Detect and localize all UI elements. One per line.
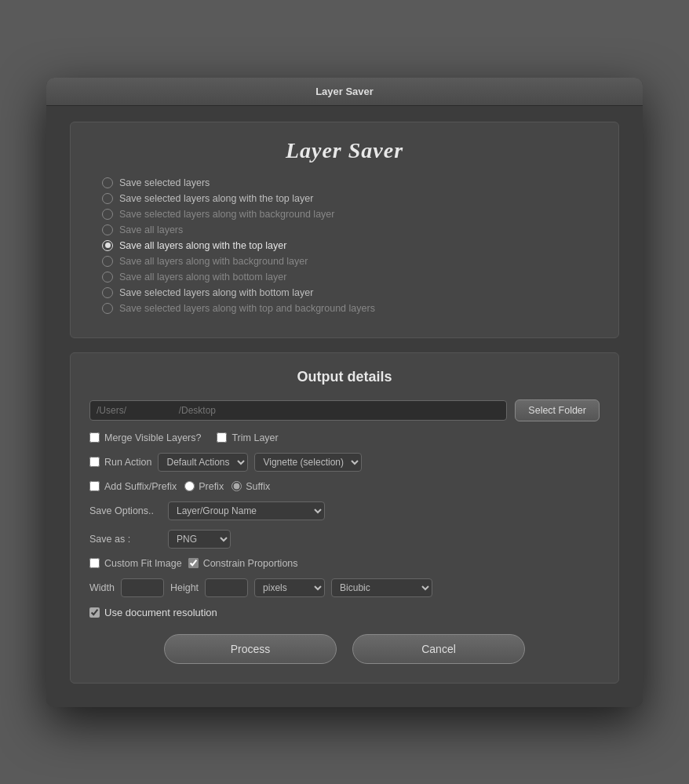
save-options-row: Save Options.. Layer/Group Name	[89, 501, 600, 520]
radio-circle-4	[102, 224, 113, 235]
save-as-row: Save as : PNG JPG TIFF PSD	[89, 530, 600, 549]
save-as-label: Save as :	[89, 534, 160, 545]
radio-circle-8	[102, 287, 113, 298]
path-row: Select Folder	[89, 399, 600, 421]
run-action-checkbox[interactable]	[89, 457, 100, 467]
doc-res-checkbox[interactable]	[89, 607, 100, 618]
radio-circle-2	[102, 193, 113, 204]
run-action-label: Run Action	[104, 457, 151, 468]
process-button[interactable]: Process	[164, 634, 337, 664]
vignette-select[interactable]: Vignette (selection)	[254, 453, 362, 472]
radio-circle-7	[102, 272, 113, 283]
title-bar: Layer Saver	[46, 78, 643, 106]
merge-trim-row: Merge Visible Layers? Trim Layer	[89, 432, 600, 443]
custom-fit-row: Custom Fit Image Constrain Proportions	[89, 558, 600, 569]
radio-label-2: Save selected layers along with the top …	[119, 193, 313, 204]
window-title: Layer Saver	[315, 86, 374, 97]
radio-circle-9	[102, 303, 113, 314]
width-label: Width	[89, 582, 115, 593]
output-card: Output details Select Folder Merge Visib…	[70, 352, 619, 684]
height-input[interactable]	[205, 578, 248, 597]
custom-fit-label: Custom Fit Image	[104, 558, 182, 569]
radio-circle-6	[102, 256, 113, 267]
app-title-heading: Layer Saver	[94, 138, 595, 163]
constrain-proportions-item[interactable]: Constrain Proportions	[188, 558, 298, 569]
radio-item-save-selected-bottom[interactable]: Save selected layers along with bottom l…	[102, 287, 595, 298]
radio-item-save-selected-top-bg[interactable]: Save selected layers along with top and …	[102, 303, 595, 314]
radio-circle-3	[102, 209, 113, 220]
radio-label-4: Save all layers	[119, 224, 183, 235]
prefix-radio-label[interactable]: Prefix	[184, 481, 224, 492]
radio-label-7: Save all layers along with bottom layer	[119, 272, 286, 283]
radio-item-save-all[interactable]: Save all layers	[102, 224, 595, 235]
default-actions-select[interactable]: Default Actions	[158, 453, 248, 472]
merge-visible-item[interactable]: Merge Visible Layers?	[89, 432, 201, 443]
run-action-row: Run Action Default Actions Vignette (sel…	[89, 453, 600, 472]
layer-options-group: Save selected layers Save selected layer…	[94, 177, 595, 314]
radio-label-5: Save all layers along with the top layer	[119, 240, 286, 251]
prefix-label: Prefix	[199, 481, 224, 492]
width-height-row: Width Height pixels inches cm Bicubic Bi…	[89, 578, 600, 597]
merge-visible-checkbox[interactable]	[89, 432, 100, 443]
interpolation-select[interactable]: Bicubic Bilinear Nearest Neighbor	[331, 578, 432, 597]
trim-layer-checkbox[interactable]	[217, 432, 227, 443]
save-options-label: Save Options..	[89, 505, 160, 516]
custom-fit-checkbox[interactable]	[89, 558, 100, 568]
doc-res-row: Use document resolution	[89, 607, 600, 618]
width-input[interactable]	[121, 578, 164, 597]
suffix-prefix-item[interactable]: Add Suffix/Prefix	[89, 481, 177, 492]
constrain-proportions-label: Constrain Proportions	[203, 558, 298, 569]
main-window: Layer Saver Layer Saver Save selected la…	[46, 78, 643, 707]
select-folder-button[interactable]: Select Folder	[515, 399, 600, 421]
radio-label-8: Save selected layers along with bottom l…	[119, 287, 313, 298]
run-action-item[interactable]: Run Action	[89, 457, 151, 468]
radio-label-9: Save selected layers along with top and …	[119, 303, 375, 314]
radio-item-save-all-bg[interactable]: Save all layers along with background la…	[102, 256, 595, 267]
constrain-proportions-checkbox[interactable]	[188, 558, 199, 568]
suffix-prefix-label: Add Suffix/Prefix	[104, 481, 177, 492]
suffix-radio[interactable]	[231, 481, 242, 491]
output-title: Output details	[89, 369, 600, 385]
radio-item-save-selected[interactable]: Save selected layers	[102, 177, 595, 188]
suffix-prefix-checkbox[interactable]	[89, 481, 100, 491]
custom-fit-item[interactable]: Custom Fit Image	[89, 558, 182, 569]
action-buttons-row: Process Cancel	[89, 634, 600, 664]
radio-item-save-selected-top[interactable]: Save selected layers along with the top …	[102, 193, 595, 204]
radio-label-3: Save selected layers along with backgrou…	[119, 209, 334, 220]
suffix-radio-label[interactable]: Suffix	[231, 481, 270, 492]
height-label: Height	[170, 582, 199, 593]
radio-item-save-all-bottom[interactable]: Save all layers along with bottom layer	[102, 272, 595, 283]
cancel-button[interactable]: Cancel	[352, 634, 525, 664]
suffix-prefix-row: Add Suffix/Prefix Prefix Suffix	[89, 481, 600, 492]
radio-label-6: Save all layers along with background la…	[119, 256, 308, 267]
merge-visible-label: Merge Visible Layers?	[104, 432, 201, 443]
top-card: Layer Saver Save selected layers Save se…	[70, 122, 619, 338]
pixels-select[interactable]: pixels inches cm	[254, 578, 325, 597]
save-options-select[interactable]: Layer/Group Name	[168, 501, 325, 520]
suffix-label: Suffix	[246, 481, 270, 492]
radio-circle-5	[102, 240, 113, 251]
trim-layer-label: Trim Layer	[231, 432, 278, 443]
prefix-radio[interactable]	[184, 481, 195, 491]
window-body: Layer Saver Save selected layers Save se…	[46, 106, 643, 707]
radio-item-save-all-top[interactable]: Save all layers along with the top layer	[102, 240, 595, 251]
radio-item-save-selected-bg[interactable]: Save selected layers along with backgrou…	[102, 209, 595, 220]
trim-layer-item[interactable]: Trim Layer	[217, 432, 278, 443]
save-as-select[interactable]: PNG JPG TIFF PSD	[168, 530, 231, 549]
path-input[interactable]	[89, 400, 507, 421]
doc-res-label: Use document resolution	[104, 607, 217, 618]
radio-circle-1	[102, 177, 113, 188]
radio-label-1: Save selected layers	[119, 177, 210, 188]
